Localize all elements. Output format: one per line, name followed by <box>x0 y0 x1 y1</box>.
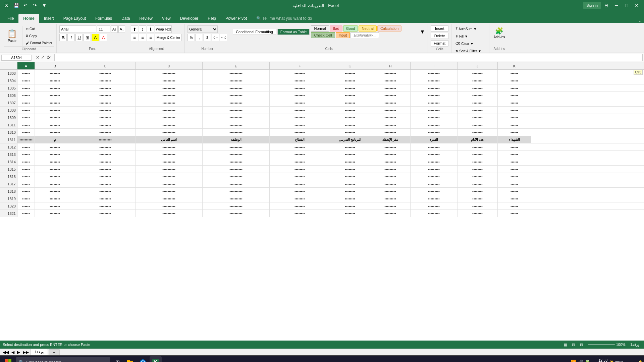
currency-btn[interactable]: $ <box>204 34 211 41</box>
redo-quick-btn[interactable]: ↷ <box>31 1 39 9</box>
cell[interactable]: •••••••••• <box>203 195 270 202</box>
border-button[interactable]: ⊞ <box>84 34 91 41</box>
conditional-formatting-btn[interactable]: Conditional Formatting <box>233 29 276 35</box>
cell[interactable]: اسم العامل <box>136 136 203 143</box>
autosum-btn[interactable]: Σ AutoSum ▼ <box>454 25 486 32</box>
cell[interactable]: •••••••• <box>330 92 370 99</box>
sign-in-button[interactable]: Sign in <box>583 2 601 9</box>
align-left-btn[interactable]: ≡ <box>131 34 138 41</box>
cell[interactable]: ••••••••• <box>75 180 136 187</box>
cell[interactable]: •••••••• <box>35 151 75 158</box>
cell[interactable]: •••••• <box>498 121 531 128</box>
cell[interactable]: •••••••••• <box>75 136 136 143</box>
cell[interactable]: •••••• <box>17 180 35 187</box>
cell[interactable]: •••••••• <box>35 84 75 92</box>
page-break-view-btn[interactable]: ⊟ <box>578 342 585 348</box>
align-middle-btn[interactable]: ↕ <box>139 25 146 33</box>
cell[interactable]: م <box>35 136 75 143</box>
comma-btn[interactable]: , <box>196 34 203 41</box>
cell[interactable]: •••••••• <box>458 92 498 99</box>
row-number[interactable]: 1309 <box>0 114 17 121</box>
cell[interactable]: ••••••••• <box>411 84 458 92</box>
col-header-a[interactable]: A <box>17 62 35 69</box>
col-header-f[interactable]: F <box>270 62 330 69</box>
addins-btn[interactable]: 🧩 Add-ins <box>492 25 507 40</box>
cell[interactable]: •••••• <box>498 99 531 106</box>
cell[interactable]: ••••••••• <box>411 158 458 165</box>
cell[interactable]: •••••• <box>498 173 531 180</box>
row-number[interactable]: 1313 <box>0 151 17 158</box>
cell[interactable]: ••••••••• <box>370 129 411 136</box>
volume-icon[interactable]: 🔊 <box>578 360 583 362</box>
cell[interactable]: •••••• <box>17 107 35 114</box>
cell[interactable]: •••••• <box>498 92 531 99</box>
cell[interactable]: ••••••••• <box>370 180 411 187</box>
cell[interactable]: ••••••••• <box>370 121 411 128</box>
tab-help[interactable]: Help <box>203 14 221 23</box>
font-color-button[interactable]: A <box>100 34 107 41</box>
cell[interactable]: ••••••••• <box>411 114 458 121</box>
customize-quick-btn[interactable]: ▼ <box>40 1 48 9</box>
network-icon[interactable]: 📶 <box>571 360 576 362</box>
cell[interactable]: •••••• <box>498 107 531 114</box>
style-explanatory[interactable]: Explanatory... <box>351 32 379 38</box>
cell[interactable]: •••••••• <box>35 77 75 84</box>
cell[interactable]: •••••••• <box>35 114 75 121</box>
cell[interactable]: •••••••• <box>35 188 75 195</box>
cell[interactable]: •••••••••• <box>136 99 203 106</box>
cut-button[interactable]: ✂ Cut <box>24 25 54 32</box>
cell[interactable]: •••••••• <box>330 188 370 195</box>
cell[interactable]: ••••••••• <box>370 166 411 173</box>
cell[interactable]: •••••••••• <box>17 136 35 143</box>
cell[interactable]: ••••••••• <box>411 92 458 99</box>
row-number[interactable]: 1304 <box>0 77 17 84</box>
cell[interactable]: •••••• <box>17 151 35 158</box>
zoom-slider[interactable] <box>588 344 615 345</box>
cell[interactable]: •••••••• <box>330 151 370 158</box>
cell[interactable]: •••••••• <box>458 129 498 136</box>
cell[interactable]: ••••••••• <box>75 158 136 165</box>
row-number[interactable]: 1321 <box>0 210 17 217</box>
wrap-text-btn[interactable]: Wrap Text <box>155 25 172 33</box>
cell[interactable]: •••••• <box>498 70 531 77</box>
cell[interactable]: •••••••••• <box>136 151 203 158</box>
cell[interactable]: ••••••••• <box>370 210 411 217</box>
minimize-btn[interactable]: ─ <box>612 1 621 10</box>
cell[interactable]: •••••• <box>17 210 35 217</box>
cell[interactable]: ••••••••• <box>370 195 411 202</box>
cell[interactable]: •••••• <box>498 151 531 158</box>
style-check-cell[interactable]: Check Cell <box>311 32 335 38</box>
cell[interactable]: •••••••• <box>270 77 330 84</box>
style-input[interactable]: Input <box>336 32 350 38</box>
task-view-btn[interactable]: ⊞ <box>111 356 123 362</box>
cell[interactable]: •••••• <box>498 210 531 217</box>
format-table-btn[interactable]: Format as Table <box>277 29 310 35</box>
cell[interactable]: •••••••• <box>35 99 75 106</box>
cell[interactable]: ••••••••• <box>75 84 136 92</box>
row-number[interactable]: 1308 <box>0 107 17 114</box>
tab-page-layout[interactable]: Page Layout <box>59 14 91 23</box>
cell[interactable]: •••••••••• <box>203 114 270 121</box>
formula-input[interactable] <box>54 54 643 61</box>
delete-cells-btn[interactable]: Delete <box>431 33 448 39</box>
row-number[interactable]: 1305 <box>0 84 17 92</box>
row-number[interactable]: 1306 <box>0 92 17 99</box>
cell[interactable]: ••••••••• <box>370 70 411 77</box>
cell[interactable]: ••••••••• <box>75 99 136 106</box>
cell[interactable]: •••••• <box>498 188 531 195</box>
cell[interactable]: ••••••••• <box>75 70 136 77</box>
save-quick-btn[interactable]: 💾 <box>12 1 20 9</box>
cell[interactable]: •••••••• <box>35 202 75 209</box>
cell[interactable]: •••••• <box>17 173 35 180</box>
style-bad[interactable]: Bad <box>330 25 342 32</box>
cell[interactable]: •••••• <box>498 77 531 84</box>
style-calculation[interactable]: Calculation <box>377 25 401 32</box>
cell[interactable]: •••••• <box>17 188 35 195</box>
cell[interactable]: ••••••••• <box>75 202 136 209</box>
col-header-b[interactable]: B <box>35 62 75 69</box>
cell[interactable]: •••••••• <box>35 121 75 128</box>
paste-button[interactable]: 📋 Paste <box>4 28 20 43</box>
cell[interactable]: ••••••••• <box>370 99 411 106</box>
cell[interactable]: •••••••••• <box>136 143 203 150</box>
sheet-scroll-prev[interactable]: ◀ <box>10 350 16 355</box>
